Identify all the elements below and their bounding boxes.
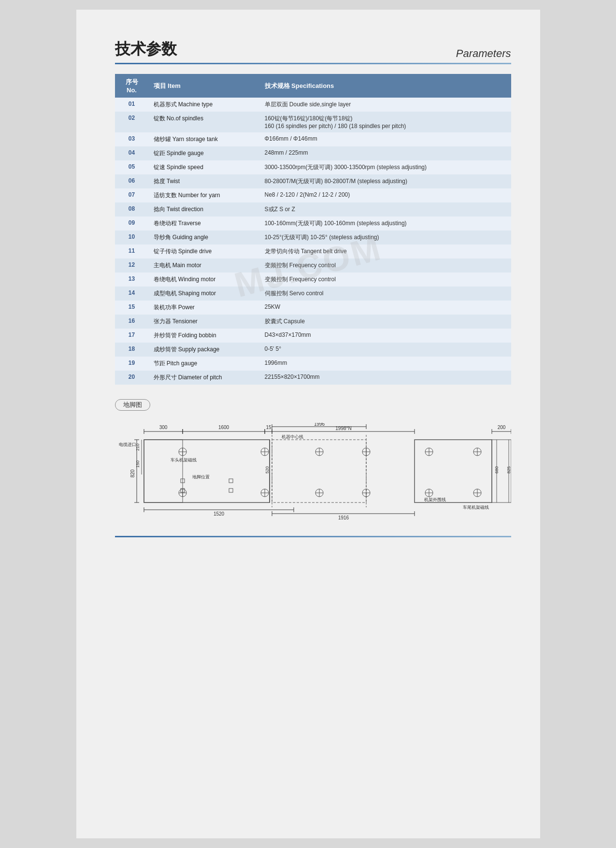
header-section: 技术参数 Parameters bbox=[115, 39, 511, 60]
page: MJ.COM 技术参数 Parameters 序号 No. 项目 Item 技术… bbox=[76, 10, 540, 838]
svg-text:车头机架磁线: 车头机架磁线 bbox=[171, 458, 197, 462]
table-row: 11锭子传动 Spindle drive龙带切向传动 Tangent belt … bbox=[115, 244, 511, 259]
cell-item: 节距 Pitch gauge bbox=[149, 357, 260, 371]
table-row: 04锭距 Spindle gauge248mm / 225mm bbox=[115, 146, 511, 160]
svg-rect-96 bbox=[229, 479, 233, 483]
header-divider bbox=[115, 63, 511, 64]
svg-text:825: 825 bbox=[506, 466, 511, 474]
table-row: 18成纱筒管 Supply package0-5' 5° bbox=[115, 343, 511, 357]
cell-no: 07 bbox=[115, 188, 149, 202]
cell-item: 导纱角 Guiding angle bbox=[149, 230, 260, 244]
table-row: 16张力器 Tensioner胶囊式 Capsule bbox=[115, 315, 511, 329]
cell-item: 张力器 Tensioner bbox=[149, 315, 260, 329]
cell-item: 锭子传动 Spindle drive bbox=[149, 244, 260, 259]
cell-item: 装机功率 Power bbox=[149, 301, 260, 315]
cell-item: 锭速 Spindle speed bbox=[149, 160, 260, 174]
cell-spec: Ne8 / 2-120 / 2(Nm2 / 12-2 / 200) bbox=[260, 188, 511, 202]
svg-text:地脚位置: 地脚位置 bbox=[192, 474, 210, 479]
table-row: 19节距 Pitch gauge1996mm bbox=[115, 357, 511, 371]
cell-no: 19 bbox=[115, 357, 149, 371]
table-row: 09卷绕动程 Traverse100-160mm(无级可调) 100-160mm… bbox=[115, 216, 511, 230]
cell-spec: D43×d37×170mm bbox=[260, 329, 511, 343]
cell-item: 锭数 No.of spindles bbox=[149, 112, 260, 132]
cell-no: 02 bbox=[115, 112, 149, 132]
svg-text:机架外围线: 机架外围线 bbox=[424, 497, 446, 502]
table-row: 14成型电机 Shaping motor伺服控制 Servo control bbox=[115, 287, 511, 301]
table-row: 05锭速 Spindle speed3000-13500rpm(无级可调) 30… bbox=[115, 160, 511, 174]
cell-no: 08 bbox=[115, 202, 149, 216]
cell-spec: 160锭(每节16锭)/180锭(每节18锭)160 (16 spindles … bbox=[260, 112, 511, 132]
table-row: 13卷绕电机 Winding motor变频控制 Frequency contr… bbox=[115, 273, 511, 287]
table-row: 01机器形式 Machine type单层双面 Doudle side,sing… bbox=[115, 98, 511, 112]
table-row: 07适纺支数 Number for yarnNe8 / 2-120 / 2(Nm… bbox=[115, 188, 511, 202]
cell-no: 20 bbox=[115, 371, 149, 385]
footer-divider bbox=[115, 536, 511, 537]
cell-spec: 变频控制 Frequency control bbox=[260, 259, 511, 273]
cell-item: 机器形式 Machine type bbox=[149, 98, 260, 112]
cell-no: 14 bbox=[115, 287, 149, 301]
svg-text:1600: 1600 bbox=[218, 425, 229, 430]
svg-text:1998*N: 1998*N bbox=[335, 426, 351, 431]
cell-item: 外形尺寸 Diameter of pitch bbox=[149, 371, 260, 385]
table-header-row: 序号 No. 项目 Item 技术规格 Specifications bbox=[115, 74, 511, 98]
cell-no: 16 bbox=[115, 315, 149, 329]
cell-no: 01 bbox=[115, 98, 149, 112]
cell-spec: 10-25°(无级可调) 10-25° (stepless adjusting) bbox=[260, 230, 511, 244]
svg-text:200: 200 bbox=[497, 425, 505, 430]
svg-text:680: 680 bbox=[494, 466, 499, 474]
cell-item: 成纱筒管 Supply package bbox=[149, 343, 260, 357]
cell-no: 13 bbox=[115, 273, 149, 287]
svg-text:300: 300 bbox=[159, 425, 167, 430]
cell-spec: 0-5' 5° bbox=[260, 343, 511, 357]
svg-text:520: 520 bbox=[265, 466, 270, 474]
cell-item: 锭距 Spindle gauge bbox=[149, 146, 260, 160]
cell-item: 捻向 Twist direction bbox=[149, 202, 260, 216]
table-row: 03储纱罐 Yarn storage tankΦ166mm / Φ146mm bbox=[115, 132, 511, 146]
cell-item: 并纱筒管 Folding bobbin bbox=[149, 329, 260, 343]
svg-rect-98 bbox=[229, 489, 233, 492]
cell-item: 成型电机 Shaping motor bbox=[149, 287, 260, 301]
table-row: 17并纱筒管 Folding bobbinD43×d37×170mm bbox=[115, 329, 511, 343]
cell-spec: 3000-13500rpm(无级可调) 3000-13500rpm (stepl… bbox=[260, 160, 511, 174]
cell-spec: 80-2800T/M(无级可调) 80-2800T/M (stepless ad… bbox=[260, 174, 511, 188]
cell-spec: 伺服控制 Servo control bbox=[260, 287, 511, 301]
table-row: 12主电机 Main motor变频控制 Frequency control bbox=[115, 259, 511, 273]
cell-spec: 变频控制 Frequency control bbox=[260, 273, 511, 287]
svg-text:电缆进口: 电缆进口 bbox=[119, 442, 136, 447]
title-chinese: 技术参数 bbox=[115, 39, 177, 60]
svg-rect-24 bbox=[144, 440, 270, 503]
cell-no: 17 bbox=[115, 329, 149, 343]
col-header-no: 序号 No. bbox=[115, 74, 149, 98]
svg-text:150: 150 bbox=[135, 460, 140, 468]
floor-plan-label: 地脚图 bbox=[115, 399, 150, 411]
svg-text:车尾机架磁线: 车尾机架磁线 bbox=[463, 505, 489, 510]
title-english: Parameters bbox=[456, 47, 511, 60]
cell-no: 10 bbox=[115, 230, 149, 244]
cell-item: 适纺支数 Number for yarn bbox=[149, 188, 260, 202]
table-row: 10导纱角 Guiding angle10-25°(无级可调) 10-25° (… bbox=[115, 230, 511, 244]
cell-spec: S或Z S or Z bbox=[260, 202, 511, 216]
svg-text:1916: 1916 bbox=[338, 515, 349, 520]
svg-text:1996: 1996 bbox=[314, 423, 325, 427]
cell-item: 卷绕动程 Traverse bbox=[149, 216, 260, 230]
cell-spec: Φ166mm / Φ146mm bbox=[260, 132, 511, 146]
cell-no: 18 bbox=[115, 343, 149, 357]
cell-item: 卷绕电机 Winding motor bbox=[149, 273, 260, 287]
cell-no: 11 bbox=[115, 244, 149, 259]
cell-no: 15 bbox=[115, 301, 149, 315]
cell-spec: 100-160mm(无级可调) 100-160mm (stepless adju… bbox=[260, 216, 511, 230]
cell-item: 主电机 Main motor bbox=[149, 259, 260, 273]
col-header-spec: 技术规格 Specifications bbox=[260, 74, 511, 98]
cell-spec: 单层双面 Doudle side,single layer bbox=[260, 98, 511, 112]
svg-text:机器中心线: 机器中心线 bbox=[282, 434, 303, 439]
col-header-item: 项目 Item bbox=[149, 74, 260, 98]
cell-no: 03 bbox=[115, 132, 149, 146]
cell-spec: 1996mm bbox=[260, 357, 511, 371]
cell-item: 捻度 Twist bbox=[149, 174, 260, 188]
cell-spec: 25KW bbox=[260, 301, 511, 315]
parameters-table: 序号 No. 项目 Item 技术规格 Specifications 01机器形… bbox=[115, 74, 511, 385]
cell-spec: 248mm / 225mm bbox=[260, 146, 511, 160]
svg-text:15: 15 bbox=[266, 425, 272, 430]
svg-text:1520: 1520 bbox=[213, 511, 224, 517]
table-row: 20外形尺寸 Diameter of pitch22155×820×1700mm bbox=[115, 371, 511, 385]
